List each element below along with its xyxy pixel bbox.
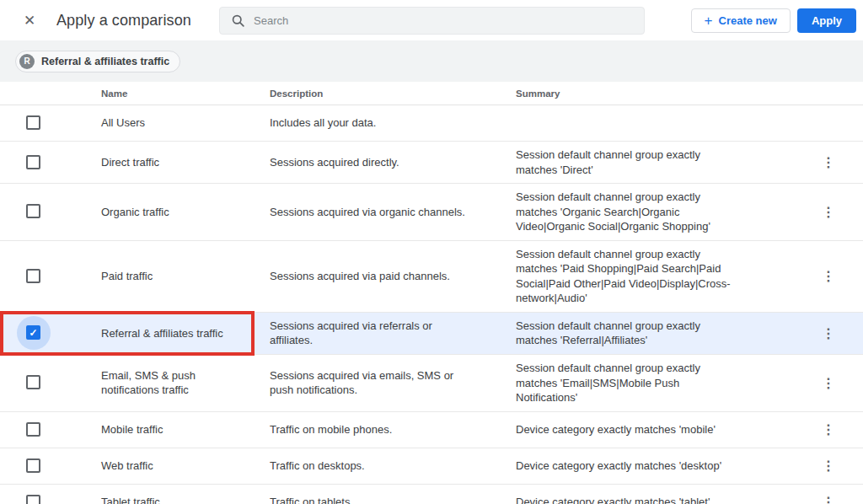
row-summary: Session default channel group exactly ma… (516, 142, 794, 183)
row-summary: Session default channel group exactly ma… (516, 355, 794, 411)
table-row[interactable]: ✓ All Users Includes all your data. ⋮ (0, 105, 863, 142)
row-summary: Session default channel group exactly ma… (516, 241, 794, 312)
row-checkbox[interactable]: ✓ (26, 325, 41, 340)
create-new-label: Create new (719, 14, 777, 27)
apply-button[interactable]: Apply (797, 8, 856, 33)
chip-band: R Referral & affiliates traffic (0, 40, 863, 82)
row-description: Sessions acquired via paid channels. (270, 263, 516, 290)
column-header-summary: Summary (516, 88, 794, 99)
row-name: Direct traffic (101, 149, 270, 176)
row-checkbox[interactable]: ✓ (26, 204, 41, 219)
row-description: Sessions acquired directly. (270, 149, 516, 176)
row-description: Includes all your data. (270, 110, 516, 137)
row-summary: Session default channel group exactly ma… (516, 184, 794, 240)
table-row[interactable]: ✓ Mobile traffic Traffic on mobile phone… (0, 412, 863, 448)
row-description: Sessions acquired via organic channels. (270, 199, 516, 226)
row-checkbox[interactable]: ✓ (26, 115, 41, 131)
row-menu-icon[interactable]: ⋮ (818, 201, 839, 222)
row-name: All Users (101, 110, 270, 137)
row-description: Traffic on mobile phones. (270, 416, 516, 443)
row-checkbox[interactable]: ✓ (26, 155, 41, 170)
create-new-button[interactable]: + Create new (691, 8, 791, 33)
row-menu-icon[interactable]: ⋮ (818, 153, 839, 173)
chip-label: Referral & affiliates traffic (41, 56, 169, 67)
row-checkbox[interactable]: ✓ (26, 458, 41, 474)
row-checkbox[interactable]: ✓ (26, 269, 41, 284)
checkmark-icon: ✓ (29, 328, 37, 338)
row-name: Paid traffic (101, 263, 270, 290)
row-name: Mobile traffic (101, 416, 270, 443)
row-checkbox[interactable]: ✓ (26, 422, 41, 437)
row-name: Organic traffic (101, 199, 270, 226)
selected-comparison-chip[interactable]: R Referral & affiliates traffic (15, 51, 180, 72)
table-row[interactable]: ✓ Direct traffic Sessions acquired direc… (0, 142, 863, 184)
table-row[interactable]: ✓ Paid traffic Sessions acquired via pai… (0, 241, 863, 313)
row-description: Sessions acquired via emails, SMS or pus… (270, 362, 516, 404)
search-icon (231, 13, 245, 28)
comparisons-table: Name Description Summary ✓ All Users Inc… (0, 82, 863, 504)
row-menu-icon[interactable]: ⋮ (818, 456, 839, 476)
chip-avatar: R (19, 54, 35, 69)
row-summary (516, 117, 794, 129)
row-name: Tablet traffic (101, 489, 270, 504)
search-input[interactable] (254, 14, 591, 27)
table-row[interactable]: ✓ Web traffic Traffic on desktops. Devic… (0, 448, 863, 485)
top-bar: ✕ Apply a comparison + Create new Apply (0, 0, 863, 40)
row-description: Traffic on tablets. (270, 489, 516, 504)
topbar-actions: + Create new Apply (691, 8, 856, 33)
table-header: Name Description Summary (0, 82, 863, 105)
row-summary: Device category exactly matches 'tablet' (516, 489, 794, 504)
row-menu-icon[interactable]: ⋮ (818, 420, 839, 440)
plus-icon: + (705, 13, 713, 28)
table-row[interactable]: ✓ Tablet traffic Traffic on tablets. Dev… (0, 485, 863, 504)
column-header-description: Description (270, 88, 516, 99)
search-box[interactable] (219, 7, 645, 35)
table-row[interactable]: ✓ Referral & affiliates traffic Sessions… (0, 313, 863, 355)
row-name: Email, SMS & push notifications traffic (101, 362, 270, 404)
close-icon[interactable]: ✕ (16, 7, 43, 34)
row-description: Traffic on desktops. (270, 453, 516, 480)
row-name: Referral & affiliates traffic (101, 320, 270, 347)
row-summary: Device category exactly matches 'mobile' (516, 416, 794, 443)
row-summary: Device category exactly matches 'desktop… (516, 453, 794, 480)
page-title: Apply a comparison (56, 12, 191, 29)
table-body: ✓ All Users Includes all your data. ⋮ ✓ … (0, 105, 863, 504)
row-menu-icon[interactable]: ⋮ (818, 492, 839, 504)
row-menu-icon[interactable]: ⋮ (818, 266, 839, 287)
row-name: Web traffic (101, 453, 270, 480)
column-header-name: Name (101, 88, 270, 99)
row-checkbox[interactable]: ✓ (26, 375, 41, 390)
row-menu-icon[interactable]: ⋮ (818, 323, 839, 343)
row-description: Sessions acquired via referrals or affil… (270, 313, 516, 354)
row-menu-icon[interactable]: ⋮ (818, 373, 839, 393)
row-summary: Session default channel group exactly ma… (516, 313, 794, 354)
table-row[interactable]: ✓ Email, SMS & push notifications traffi… (0, 355, 863, 412)
row-checkbox[interactable]: ✓ (26, 495, 41, 504)
table-row[interactable]: ✓ Organic traffic Sessions acquired via … (0, 184, 863, 241)
